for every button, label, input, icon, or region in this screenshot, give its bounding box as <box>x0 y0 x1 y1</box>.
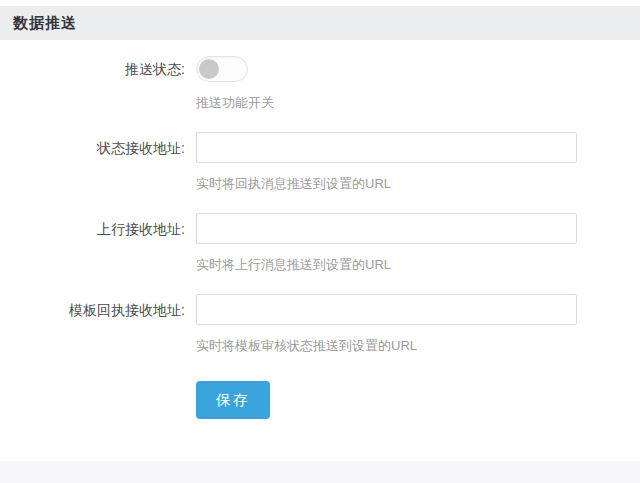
status-url-row: 状态接收地址: 实时将回执消息推送到设置的URL <box>0 132 640 193</box>
template-url-row: 模板回执接收地址: 实时将模板审核状态推送到设置的URL <box>0 294 640 355</box>
settings-form: 推送状态: 推送功能开关 状态接收地址: 实时将回执消息推送到设置的URL 上行… <box>0 40 640 419</box>
upstream-url-input[interactable] <box>196 213 577 244</box>
template-url-label: 模板回执接收地址: <box>0 294 185 326</box>
push-status-label: 推送状态: <box>0 56 185 82</box>
push-status-help: 推送功能开关 <box>196 94 274 112</box>
upstream-url-row: 上行接收地址: 实时将上行消息推送到设置的URL <box>0 213 640 274</box>
template-url-input[interactable] <box>196 294 577 325</box>
status-url-help: 实时将回执消息推送到设置的URL <box>196 175 577 193</box>
push-status-toggle[interactable] <box>196 56 248 82</box>
panel-header: 数据推送 <box>0 6 640 40</box>
status-url-input[interactable] <box>196 132 577 163</box>
bottom-strip <box>0 461 640 483</box>
toggle-knob-icon <box>199 59 219 79</box>
status-url-label: 状态接收地址: <box>0 132 185 164</box>
push-status-row: 推送状态: 推送功能开关 <box>0 56 640 112</box>
upstream-url-help: 实时将上行消息推送到设置的URL <box>196 256 577 274</box>
upstream-url-label: 上行接收地址: <box>0 213 185 245</box>
data-push-settings-panel: 数据推送 推送状态: 推送功能开关 状态接收地址: 实时将回执消息推送到设置的U… <box>0 0 640 483</box>
page-title: 数据推送 <box>13 14 77 33</box>
template-url-help: 实时将模板审核状态推送到设置的URL <box>196 337 577 355</box>
save-row: 保存 <box>0 381 640 419</box>
save-button[interactable]: 保存 <box>196 381 270 419</box>
